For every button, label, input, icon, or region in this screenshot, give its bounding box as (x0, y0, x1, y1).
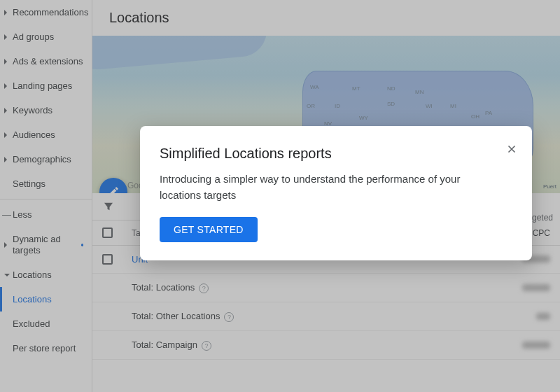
close-icon (505, 143, 518, 155)
modal-title: Simplified Locations reports (160, 146, 512, 162)
get-started-button[interactable]: GET STARTED (160, 217, 258, 242)
close-button[interactable] (503, 140, 521, 158)
onboarding-modal: Simplified Locations reports Introducing… (140, 126, 532, 260)
modal-body: Introducing a simpler way to understand … (160, 172, 496, 203)
